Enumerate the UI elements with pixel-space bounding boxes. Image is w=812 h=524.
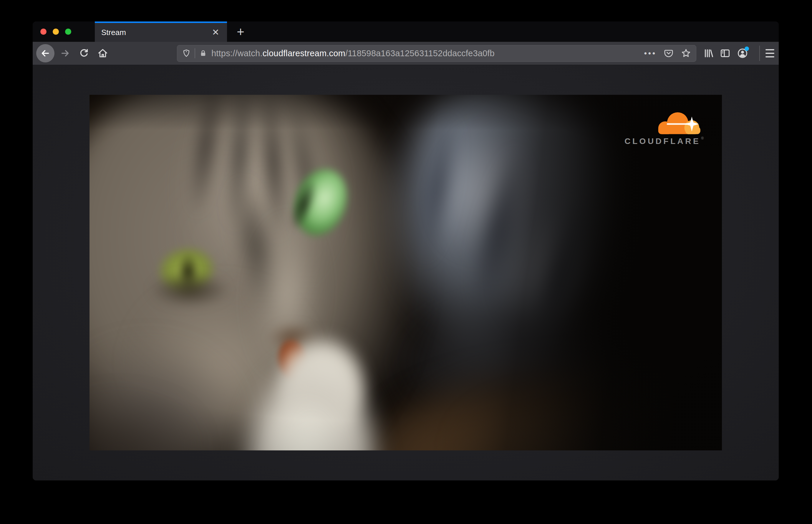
menu-button[interactable] xyxy=(765,44,775,62)
pocket-button[interactable] xyxy=(664,48,673,58)
window-controls xyxy=(40,21,71,42)
tab-title: Stream xyxy=(101,28,210,37)
cloudflare-watermark: CLOUDFLARE ® xyxy=(609,111,704,146)
page-actions-button[interactable]: ••• xyxy=(644,49,656,58)
forward-button[interactable] xyxy=(59,44,71,62)
zoom-window-button[interactable] xyxy=(65,29,71,35)
tracking-protection-shield-icon[interactable] xyxy=(182,49,191,58)
sidebar-icon xyxy=(719,48,731,59)
navigation-toolbar: https://watch.cloudflarestream.com/11859… xyxy=(33,42,779,65)
close-window-button[interactable] xyxy=(40,29,47,35)
url-domain: cloudflarestream.com xyxy=(263,49,345,58)
back-button[interactable] xyxy=(36,44,54,62)
bookmark-button[interactable] xyxy=(681,48,691,59)
home-button[interactable] xyxy=(97,44,109,62)
page-content: CLOUDFLARE ® xyxy=(33,65,779,480)
library-icon xyxy=(703,48,714,59)
cloudflare-cloud-icon xyxy=(652,111,702,136)
url-path: /118598a163a125631152ddaccfe3a0fb xyxy=(345,49,494,58)
arrow-left-icon xyxy=(40,48,51,59)
reload-icon xyxy=(79,48,89,59)
address-bar[interactable]: https://watch.cloudflarestream.com/11859… xyxy=(177,45,696,62)
lock-icon[interactable] xyxy=(199,49,207,58)
hamburger-icon xyxy=(765,49,774,50)
account-button[interactable] xyxy=(737,44,748,62)
urlbar-divider xyxy=(195,48,195,58)
desktop: { "browser": { "tab": { "title": "Stream… xyxy=(0,0,812,524)
registered-trademark-symbol: ® xyxy=(701,136,704,140)
browser-window: Stream ✕ + https://watch.cloudflarestrea… xyxy=(33,21,779,480)
home-icon xyxy=(97,48,108,59)
minimize-window-button[interactable] xyxy=(53,29,59,35)
new-tab-button[interactable]: + xyxy=(230,21,250,42)
cloudflare-wordmark: CLOUDFLARE xyxy=(624,136,700,146)
tab-close-icon[interactable]: ✕ xyxy=(210,27,222,38)
star-icon xyxy=(681,48,691,59)
library-button[interactable] xyxy=(703,44,714,62)
tab-stream[interactable]: Stream ✕ xyxy=(95,21,227,42)
video-player[interactable]: CLOUDFLARE ® xyxy=(90,95,722,451)
url-scheme: https://watch. xyxy=(211,49,263,58)
sidebar-toggle-button[interactable] xyxy=(719,44,731,62)
url-text: https://watch.cloudflarestream.com/11859… xyxy=(211,49,494,58)
account-notification-badge xyxy=(745,47,749,51)
tab-bar: Stream ✕ + xyxy=(33,21,779,42)
toolbar-divider xyxy=(759,46,760,61)
pocket-icon xyxy=(664,48,673,58)
arrow-right-icon xyxy=(60,48,70,59)
reload-button[interactable] xyxy=(78,44,90,62)
